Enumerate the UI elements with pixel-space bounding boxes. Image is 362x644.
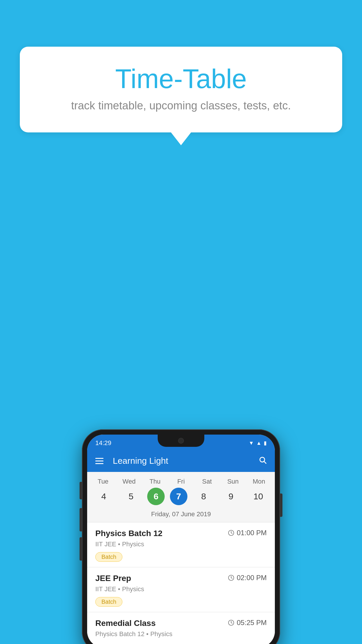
svg-line-1	[264, 461, 266, 463]
schedule-item-2-time: 02:00 PM	[228, 574, 267, 582]
schedule-item-1-badge: Batch	[95, 552, 122, 562]
hamburger-line-2	[95, 461, 103, 461]
phone-power-button	[280, 494, 282, 517]
calendar-strip: Tue Wed Thu Fri Sat Sun Mon 4 5 6 7 8 9 …	[87, 472, 275, 522]
day-label-tue: Tue	[92, 478, 114, 485]
schedule-item-1-title: Physics Batch 12	[95, 529, 162, 538]
svg-point-0	[260, 457, 265, 462]
phone-shell: 14:29 ▼ ▲ ▮ Learning Light	[82, 429, 280, 644]
menu-button[interactable]	[95, 458, 103, 464]
day-label-sat: Sat	[196, 478, 218, 485]
day-nums-row: 4 5 6 7 8 9 10	[87, 487, 275, 509]
schedule-item-3[interactable]: Remedial Class 05:25 PM Physics Batch 12…	[87, 612, 275, 644]
phone-volume-down-button	[80, 537, 82, 561]
schedule-item-1[interactable]: Physics Batch 12 01:00 PM IIT JEE • Phys…	[87, 522, 275, 567]
app-bar: Learning Light	[87, 450, 275, 472]
hamburger-line-1	[95, 458, 103, 459]
clock-icon-1	[228, 530, 234, 536]
schedule-item-3-time: 05:25 PM	[228, 619, 267, 627]
battery-icon: ▮	[264, 440, 267, 446]
clock-icon-2	[228, 575, 234, 581]
day-label-fri: Fri	[170, 478, 192, 485]
day-label-mon: Mon	[248, 478, 270, 485]
app-bar-title: Learning Light	[113, 456, 252, 466]
schedule-item-1-time: 01:00 PM	[228, 529, 267, 537]
phone-screen: 14:29 ▼ ▲ ▮ Learning Light	[87, 435, 275, 644]
phone-notch	[158, 435, 204, 447]
schedule-item-3-sub: Physics Batch 12 • Physics	[95, 630, 267, 638]
schedule-item-2-sub: IIT JEE • Physics	[95, 585, 267, 593]
tooltip-card: Time-Table track timetable, upcoming cla…	[20, 47, 342, 132]
tooltip-subtitle: track timetable, upcoming classes, tests…	[43, 99, 319, 112]
status-icons: ▼ ▲ ▮	[249, 440, 267, 446]
schedule-item-3-header: Remedial Class 05:25 PM	[95, 619, 267, 628]
phone-mockup: 14:29 ▼ ▲ ▮ Learning Light	[82, 429, 280, 644]
day-labels-row: Tue Wed Thu Fri Sat Sun Mon	[87, 475, 275, 487]
schedule-item-1-header: Physics Batch 12 01:00 PM	[95, 529, 267, 538]
day-label-thu: Thu	[144, 478, 166, 485]
schedule-item-2-header: JEE Prep 02:00 PM	[95, 574, 267, 583]
clock-icon-3	[228, 620, 234, 626]
search-button[interactable]	[259, 456, 267, 466]
selected-date-label: Friday, 07 June 2019	[87, 509, 275, 522]
schedule-item-2-badge: Batch	[95, 597, 122, 607]
hamburger-line-3	[95, 463, 103, 464]
day-num-8[interactable]: 8	[193, 488, 215, 505]
phone-camera	[178, 438, 184, 444]
day-num-9[interactable]: 9	[220, 488, 242, 505]
wifi-icon: ▼	[249, 440, 254, 446]
day-label-sun: Sun	[222, 478, 244, 485]
schedule-item-1-sub: IIT JEE • Physics	[95, 540, 267, 548]
status-time: 14:29	[95, 439, 111, 447]
phone-mute-button	[80, 482, 82, 499]
signal-icon: ▲	[256, 440, 261, 446]
day-num-4[interactable]: 4	[93, 488, 115, 505]
schedule-item-3-title: Remedial Class	[95, 619, 156, 628]
day-num-10[interactable]: 10	[247, 488, 269, 505]
schedule-item-2[interactable]: JEE Prep 02:00 PM IIT JEE • Physics Batc…	[87, 567, 275, 612]
schedule-item-2-title: JEE Prep	[95, 574, 131, 583]
tooltip-title: Time-Table	[43, 64, 319, 94]
day-num-5[interactable]: 5	[120, 488, 142, 505]
phone-volume-up-button	[80, 508, 82, 531]
day-label-wed: Wed	[118, 478, 140, 485]
day-num-7-selected[interactable]: 7	[170, 488, 187, 505]
day-num-6-today[interactable]: 6	[147, 488, 165, 505]
